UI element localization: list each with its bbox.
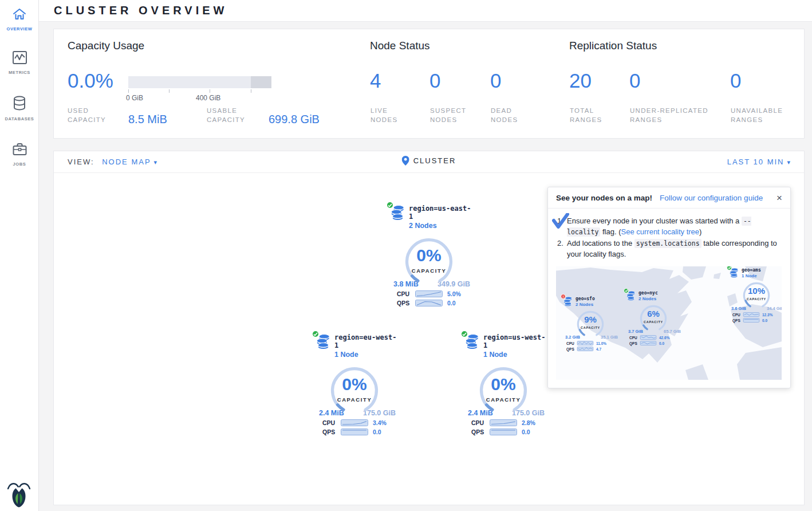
under-replicated-ranges-label: UNDER-REPLICATED RANGES bbox=[630, 106, 722, 124]
unavailable-ranges-label: UNAVAILABLE RANGES bbox=[731, 106, 794, 124]
cpu-value: 42.6% bbox=[659, 336, 669, 340]
capacity-label: CAPACITY bbox=[327, 396, 382, 403]
locality-tree-link[interactable]: See current locality tree bbox=[621, 227, 700, 236]
replication-status-title: Replication Status bbox=[569, 40, 657, 52]
qps-sparkline bbox=[577, 347, 594, 351]
location-pin-icon bbox=[402, 156, 409, 166]
nodes-link[interactable]: 1 Node bbox=[483, 351, 549, 359]
used-capacity-value: 8.5 MiB bbox=[128, 113, 167, 126]
title-bar: CLUSTER OVERVIEW bbox=[39, 0, 812, 22]
region-label: region=us-east-1 bbox=[409, 205, 475, 221]
cpu-value: 11.0% bbox=[596, 341, 606, 345]
capacity-gauge: 0% CAPACITY bbox=[327, 363, 382, 418]
view-mode-dropdown[interactable]: NODE MAP▾ bbox=[102, 158, 157, 166]
geo-label: geo=ams bbox=[742, 268, 761, 273]
qps-value: 0.0 bbox=[447, 300, 456, 306]
capacity-percent: 0% bbox=[327, 375, 382, 394]
sidebar-item-metrics[interactable]: METRICS bbox=[0, 50, 39, 75]
live-nodes-value: 4 bbox=[370, 69, 381, 92]
close-icon[interactable]: × bbox=[776, 193, 782, 203]
breadcrumb[interactable]: CLUSTER bbox=[402, 156, 456, 166]
popup-step-2: 2. Add locations to the system.locations… bbox=[557, 238, 781, 259]
capacity-label: CAPACITY bbox=[476, 396, 531, 403]
capacity-percent: 10% bbox=[741, 286, 772, 296]
used-capacity-label: USED CAPACITY bbox=[68, 106, 119, 124]
cpu-label: CPU bbox=[566, 341, 577, 345]
chevron-down-icon: ▾ bbox=[787, 159, 790, 166]
capacity-tick bbox=[169, 89, 170, 93]
capacity-percent: 6% bbox=[638, 309, 669, 319]
node-group-us-east-1: region=us-east-1 2 Nodes 0% CAPACITY 3.8… bbox=[383, 205, 475, 306]
example-node-map-image: ! geo=sfo 2 Nodes 9% CAPACITY bbox=[556, 266, 782, 380]
capacity-gauge: 6% CAPACITY bbox=[638, 303, 669, 334]
cpu-sparkline bbox=[640, 335, 657, 340]
cpu-value: 2.8% bbox=[522, 419, 535, 426]
qps-sparkline bbox=[415, 300, 443, 306]
qps-sparkline bbox=[490, 429, 517, 435]
sidebar-item-databases[interactable]: DATABASES bbox=[0, 96, 39, 121]
capacity-bar bbox=[128, 76, 271, 88]
total-ranges-label: TOTAL RANGES bbox=[570, 106, 616, 124]
cpu-sparkline bbox=[490, 419, 517, 426]
dead-nodes-label: DEAD NODES bbox=[491, 106, 537, 124]
cpu-value: 5.0% bbox=[447, 290, 461, 297]
capacity-percent: 0% bbox=[401, 246, 456, 265]
qps-sparkline bbox=[640, 341, 657, 345]
nodes-link[interactable]: 2 Nodes bbox=[409, 222, 475, 230]
sidebar-item-label: JOBS bbox=[0, 162, 39, 167]
region-label: region=eu-west-1 bbox=[334, 333, 400, 349]
qps-value: 0.0 bbox=[762, 319, 767, 323]
qps-label: QPS bbox=[471, 429, 490, 435]
check-icon bbox=[552, 213, 569, 229]
cpu-value: 12.3% bbox=[762, 313, 772, 317]
usable-capacity-value: 699.8 GiB bbox=[269, 113, 320, 126]
sidebar-item-label: DATABASES bbox=[0, 116, 39, 121]
cluster-summary-panel: Capacity Usage 0.0% 0 GiB 400 GiB USED C… bbox=[53, 29, 805, 139]
cpu-sparkline bbox=[743, 312, 760, 317]
cpu-sparkline bbox=[415, 290, 443, 297]
nodes-link: 1 Node bbox=[742, 273, 761, 278]
healthy-status-icon bbox=[624, 288, 629, 293]
cpu-sparkline bbox=[577, 341, 594, 345]
capacity-label: CAPACITY bbox=[638, 320, 669, 324]
capacity-gauge: 9% CAPACITY bbox=[575, 309, 606, 340]
sidebar-item-overview[interactable]: OVERVIEW bbox=[0, 7, 39, 32]
qps-value: 0.0 bbox=[373, 429, 381, 435]
step-text: Add locations to the system.locations ta… bbox=[567, 238, 781, 259]
step-number: 2. bbox=[557, 238, 567, 259]
capacity-tick bbox=[210, 89, 210, 93]
nodes-link[interactable]: 1 Node bbox=[334, 351, 400, 359]
cpu-label: CPU bbox=[732, 313, 743, 317]
warning-status-icon: ! bbox=[561, 294, 566, 299]
usable-capacity-label: USABLE CAPACITY bbox=[207, 106, 258, 124]
healthy-status-icon bbox=[312, 330, 320, 338]
qps-label: QPS bbox=[732, 319, 743, 323]
node-map-panel: VIEW: NODE MAP▾ CLUSTER LAST 10 MIN▾ reg… bbox=[53, 151, 805, 505]
step-text: Ensure every node in your cluster was st… bbox=[567, 216, 781, 237]
capacity-label: CAPACITY bbox=[741, 297, 772, 301]
region-label: region=us-west-1 bbox=[483, 333, 549, 349]
qps-sparkline bbox=[743, 318, 760, 323]
capacity-label: CAPACITY bbox=[401, 268, 456, 274]
mini-node-sfo: ! geo=sfo 2 Nodes 9% CAPACITY bbox=[561, 296, 620, 351]
qps-value: 4.7 bbox=[596, 347, 601, 351]
nodes-link: 2 Nodes bbox=[638, 296, 658, 301]
dead-nodes-value: 0 bbox=[490, 69, 501, 92]
qps-value: 0.0 bbox=[522, 429, 530, 435]
time-range-dropdown[interactable]: LAST 10 MIN▾ bbox=[727, 158, 790, 166]
qps-label: QPS bbox=[629, 341, 640, 345]
healthy-status-icon bbox=[386, 201, 394, 209]
qps-label: QPS bbox=[397, 300, 415, 306]
capacity-gauge: 0% CAPACITY bbox=[401, 234, 456, 289]
suspect-nodes-label: SUSPECT NODES bbox=[430, 106, 482, 124]
map-config-popup: See your nodes on a map! Follow our conf… bbox=[547, 187, 791, 388]
chevron-down-icon: ▾ bbox=[154, 159, 157, 166]
jobs-icon bbox=[12, 142, 27, 156]
configuration-guide-link[interactable]: Follow our configuration guide bbox=[660, 194, 763, 202]
cpu-label: CPU bbox=[397, 290, 415, 297]
mini-node-ams: geo=ams 1 Node 10% CAPACITY 3.6 GiB 34.4… bbox=[727, 268, 782, 323]
sidebar-item-jobs[interactable]: JOBS bbox=[0, 142, 39, 167]
qps-label: QPS bbox=[566, 347, 577, 351]
capacity-percent: 0.0% bbox=[68, 69, 113, 92]
capacity-tick-label: 0 GiB bbox=[126, 94, 143, 102]
